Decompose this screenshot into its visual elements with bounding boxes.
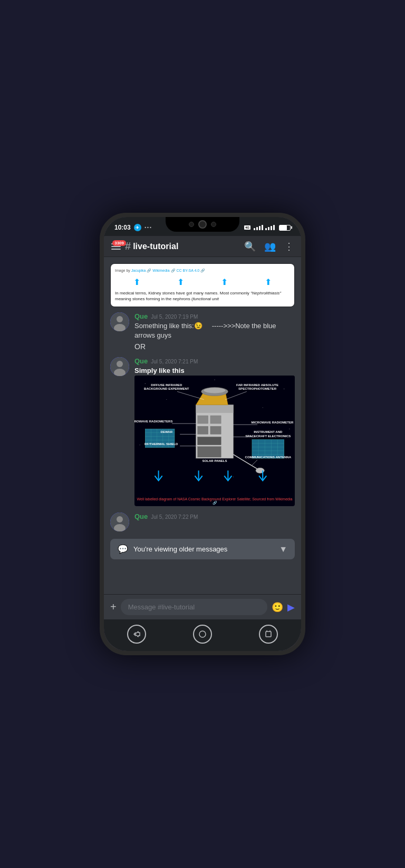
- message-2-header: Que Jul 5, 2020 7:21 PM: [134, 357, 295, 365]
- cc-link[interactable]: CC BY-SA 4.0: [176, 269, 199, 272]
- time-display: 10:03: [114, 224, 131, 231]
- search-icon[interactable]: 🔍: [244, 241, 256, 252]
- signal-bar2-4: [273, 225, 275, 230]
- message-1-header: Que Jul 5, 2020 7:19 PM: [134, 312, 295, 320]
- arrow-up-4: ⬆: [265, 277, 272, 288]
- input-bar: + 🙂 ▶: [104, 594, 301, 619]
- telegram-icon: ✈: [134, 224, 141, 231]
- message-2-text: Simply like this: [134, 366, 295, 376]
- image-card-content: Image by Jacupika 🔗 Wikimedia 🔗 CC BY-SA…: [111, 264, 294, 307]
- hamburger-menu[interactable]: 3309: [111, 243, 121, 250]
- arrow-up-2: ⬆: [177, 277, 184, 288]
- svg-point-14: [233, 477, 234, 477]
- attach-button[interactable]: +: [110, 601, 117, 613]
- chat-area: Image by Jacupika 🔗 Wikimedia 🔗 CC BY-SA…: [104, 257, 301, 594]
- simply-like-this: Simply like this: [134, 367, 185, 374]
- battery-fill: [279, 225, 287, 230]
- svg-point-1: [117, 316, 123, 322]
- svg-text:BACKGROUND EXPERIMENT: BACKGROUND EXPERIMENT: [144, 387, 189, 390]
- svg-rect-35: [198, 416, 208, 423]
- send-button[interactable]: ▶: [287, 601, 295, 613]
- avatar-svg-3: [110, 512, 129, 531]
- svg-rect-36: [210, 416, 221, 423]
- signal-bar2-3: [271, 226, 272, 230]
- svg-point-12: [289, 429, 290, 429]
- svg-point-9: [214, 380, 215, 380]
- svg-point-73: [199, 631, 206, 637]
- timestamp-2: Jul 5, 2020 7:21 PM: [151, 359, 198, 364]
- svg-text:COMMUNICATIONS ANTENNA: COMMUNICATIONS ANTENNA: [245, 456, 292, 459]
- phone-frame: 10:03 ✈ ··· 4G: [100, 213, 305, 655]
- back-icon: [132, 630, 141, 638]
- timestamp-1: Jul 5, 2020 7:19 PM: [151, 314, 198, 320]
- svg-text:FAR INFRARED ABSOLUTE: FAR INFRARED ABSOLUTE: [236, 383, 278, 387]
- older-messages-text: You're viewing older messages: [133, 545, 274, 553]
- svg-rect-34: [196, 405, 234, 413]
- message-1-text: Something like this:😉 ----->>>Note the b…: [134, 321, 295, 340]
- message-3-content: Que Jul 5, 2020 7:22 PM: [134, 512, 295, 531]
- message-3: Que Jul 5, 2020 7:22 PM: [104, 509, 301, 535]
- svg-text:SPECTROPHOTOMETER: SPECTROPHOTOMETER: [238, 387, 277, 390]
- svg-point-11: [263, 407, 263, 408]
- svg-text:SOLAR PANELS: SOLAR PANELS: [202, 459, 227, 462]
- more-options-icon[interactable]: ⋮: [284, 241, 294, 252]
- wikimedia-link[interactable]: Wikimedia: [152, 269, 169, 272]
- recents-button[interactable]: [259, 625, 278, 644]
- back-button[interactable]: [127, 625, 146, 644]
- recents-icon: [264, 630, 273, 638]
- timestamp-3: Jul 5, 2020 7:22 PM: [151, 514, 198, 520]
- avatar-que-3: [110, 512, 129, 531]
- signal-bar2-2: [268, 227, 269, 230]
- home-button[interactable]: [193, 625, 212, 644]
- svg-rect-38: [210, 426, 221, 434]
- channel-name-area: # live-tutorial: [125, 240, 240, 252]
- camera-lens: [198, 220, 207, 229]
- satellite-svg: DIFFUSE INFRARED BACKGROUND EXPERIMENT F…: [134, 376, 295, 493]
- phone-screen: 10:03 ✈ ··· 4G: [104, 217, 301, 651]
- svg-point-43: [204, 388, 226, 393]
- members-icon[interactable]: 👥: [264, 241, 276, 252]
- signal-bar2-1: [265, 228, 267, 230]
- older-messages-banner[interactable]: 💬 You're viewing older messages ▼: [110, 539, 295, 559]
- svg-text:DEWAR: DEWAR: [161, 431, 173, 434]
- kidney-text: In medical terms, Kidney stones have got…: [115, 290, 290, 302]
- message-input[interactable]: [121, 599, 267, 615]
- camera-dot: [189, 222, 194, 227]
- avatar-svg-1: [110, 312, 129, 331]
- chat-bubble-icon: 💬: [118, 544, 128, 554]
- svg-point-8: [284, 389, 284, 389]
- jacupika-link[interactable]: Jacupika: [131, 269, 146, 272]
- username-1: Que: [134, 312, 148, 320]
- svg-point-71: [117, 516, 123, 522]
- svg-point-7: [145, 383, 146, 384]
- svg-rect-37: [198, 426, 208, 434]
- svg-rect-39: [198, 437, 221, 445]
- svg-text:INSTRUMENT AND: INSTRUMENT AND: [254, 431, 283, 434]
- or-text: OR: [134, 342, 295, 351]
- svg-rect-74: [266, 632, 271, 637]
- svg-point-10: [166, 399, 167, 400]
- username-2: Que: [134, 357, 148, 365]
- message-2: Que Jul 5, 2020 7:21 PM Simply like this: [104, 354, 301, 509]
- kidney-image-card: Image by Jacupika 🔗 Wikimedia 🔗 CC BY-SA…: [110, 263, 295, 307]
- svg-point-4: [117, 361, 123, 367]
- message-3-header: Que Jul 5, 2020 7:22 PM: [134, 512, 295, 520]
- battery-icon: [279, 225, 291, 231]
- satellite-caption: Well labelled diagram of NASA Cosmic Bac…: [134, 495, 295, 506]
- channel-header: 3309 # live-tutorial 🔍 👥 ⋮: [104, 236, 301, 257]
- arrow-up-3: ⬆: [221, 277, 228, 288]
- unread-badge: 3309: [112, 240, 126, 246]
- notch: [166, 217, 239, 232]
- chevron-down-icon: ▼: [279, 545, 287, 554]
- arrow-up-1: ⬆: [133, 277, 140, 288]
- svg-text:RF/THERMAL SHIELD: RF/THERMAL SHIELD: [144, 442, 178, 446]
- emoji-button[interactable]: 🙂: [272, 601, 283, 613]
- nav-bar: [104, 619, 301, 651]
- home-icon: [198, 630, 207, 638]
- signal-bars: [254, 225, 263, 230]
- header-icons: 🔍 👥 ⋮: [244, 241, 294, 252]
- signal-bar-2: [256, 227, 258, 230]
- sensor-dot: [211, 222, 216, 227]
- username-3: Que: [134, 512, 148, 520]
- signal-bar-4: [262, 225, 263, 230]
